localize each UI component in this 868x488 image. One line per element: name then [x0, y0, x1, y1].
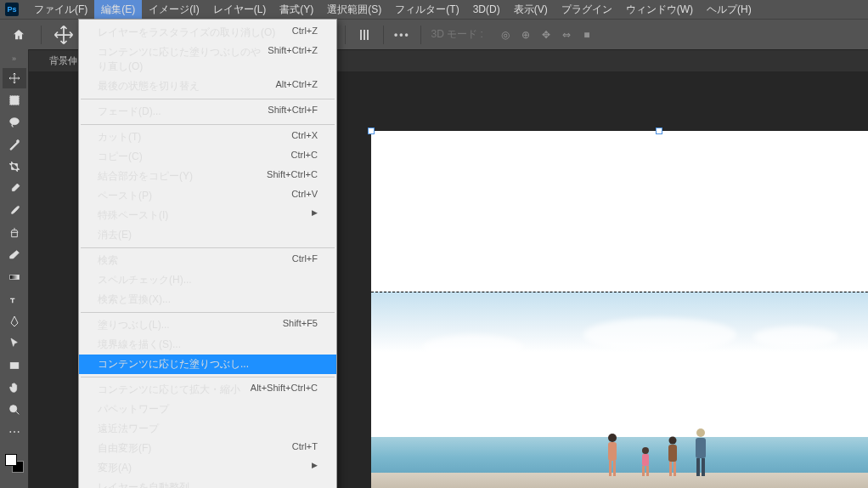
menu-item: フェード(D)...Shift+Ctrl+F [79, 102, 336, 122]
menu-image[interactable]: イメージ(I) [142, 0, 206, 20]
menu-item-label: カット(T) [98, 130, 141, 145]
svg-point-29 [9, 406, 16, 412]
menu-item-label: レイヤーを自動整列... [98, 480, 198, 488]
menu-item[interactable]: コンテンツに応じた塗りつぶし... [79, 355, 336, 374]
menu-item[interactable]: ペースト(P)Ctrl+V [79, 186, 336, 206]
svg-point-30 [608, 434, 617, 442]
menu-item[interactable]: カット(T)Ctrl+X [79, 128, 336, 147]
color-swatch[interactable] [5, 454, 24, 473]
svg-rect-43 [696, 438, 706, 458]
toolbar-collapse-icon[interactable]: » [12, 54, 16, 63]
zoom-tool[interactable] [3, 400, 26, 420]
menu-item[interactable]: レイヤーをラスタライズの取り消し(O)Ctrl+Z [79, 23, 336, 43]
type-tool[interactable]: T [3, 289, 26, 309]
svg-point-25 [9, 118, 19, 125]
menu-separator [81, 247, 335, 248]
person [692, 428, 709, 479]
svg-rect-24 [9, 96, 19, 105]
menu-item-shortcut: Shift+Ctrl+Z [268, 45, 318, 74]
menu-item[interactable]: 結合部分をコピー(Y)Shift+Ctrl+C [79, 167, 336, 186]
move-tool-icon[interactable] [52, 23, 76, 47]
menu-view[interactable]: 表示(V) [507, 0, 555, 20]
menu-window[interactable]: ウィンドウ(W) [619, 0, 700, 20]
menu-item-label: コンテンツに応じた塗りつぶしのやり直し(O) [98, 45, 268, 74]
menu-item[interactable]: パペットワープ [79, 400, 336, 419]
menu-type[interactable]: 書式(Y) [273, 0, 320, 20]
menu-item[interactable]: 遠近法ワープ [79, 419, 336, 439]
menu-item-label: 境界線を描く(S)... [98, 338, 181, 352]
3d-slide-icon: ⇔ [558, 26, 575, 43]
menu-item-label: 特殊ペースト(I) [98, 208, 168, 223]
3d-camera-icon: ■ [578, 26, 595, 43]
menu-item-shortcut: Shift+F5 [283, 318, 318, 332]
separator [41, 26, 42, 44]
person [640, 446, 651, 479]
path-select-tool[interactable] [3, 333, 26, 354]
brush-tool[interactable] [3, 201, 26, 221]
menu-item-label: ペースト(P) [98, 189, 152, 203]
selection-marquee [371, 292, 868, 292]
distribute-v-icon[interactable] [356, 26, 373, 43]
svg-point-42 [696, 428, 705, 437]
marquee-tool[interactable] [3, 90, 26, 111]
separator [345, 26, 346, 44]
menu-item[interactable]: 塗りつぶし(L)...Shift+F5 [79, 315, 336, 335]
person [605, 433, 620, 479]
lasso-tool[interactable] [3, 112, 26, 133]
menu-edit[interactable]: 編集(E) [94, 0, 142, 20]
magic-wand-tool[interactable] [3, 134, 26, 155]
menu-item[interactable]: 検索Ctrl+F [79, 251, 336, 270]
menu-item-label: 遠近法ワープ [98, 422, 159, 436]
menu-3d[interactable]: 3D(D) [466, 1, 507, 18]
menu-item[interactable]: コンテンツに応じた塗りつぶしのやり直し(O)Shift+Ctrl+Z [79, 43, 336, 77]
menu-file[interactable]: ファイル(F) [27, 0, 94, 20]
app-logo: Ps [5, 3, 19, 16]
menu-layer[interactable]: レイヤー(L) [206, 0, 273, 20]
svg-rect-35 [642, 454, 649, 466]
menu-item-label: 消去(E) [98, 228, 132, 242]
menu-item[interactable]: 特殊ペースト(I) [79, 206, 336, 225]
menu-item-label: パペットワープ [98, 402, 169, 417]
3d-pan-icon: ✥ [538, 26, 555, 43]
hand-tool[interactable] [3, 377, 26, 398]
edit-toolbar-icon[interactable]: ⋯ [3, 422, 26, 442]
menu-item-shortcut: Ctrl+V [291, 189, 318, 203]
menu-item-shortcut: Shift+Ctrl+C [267, 169, 318, 184]
menu-item-shortcut: Alt+Shift+Ctrl+C [251, 383, 318, 397]
clone-stamp-tool[interactable] [3, 223, 26, 243]
menu-item-label: 検索 [98, 253, 118, 268]
menu-item[interactable]: 自由変形(F)Ctrl+T [79, 439, 336, 458]
menu-item-label: スペルチェック(H)... [98, 273, 192, 287]
menu-item[interactable]: コンテンツに応じて拡大・縮小Alt+Shift+Ctrl+C [79, 380, 336, 400]
menu-item-shortcut: Ctrl+T [292, 441, 318, 456]
menu-item[interactable]: 変形(A) [79, 458, 336, 478]
more-options-icon[interactable]: ••• [394, 29, 410, 41]
transform-handle[interactable] [368, 128, 375, 134]
menu-separator [81, 377, 335, 377]
menu-item-shortcut: Ctrl+C [291, 150, 318, 164]
toolbar: » T ⋯ [0, 49, 29, 488]
pen-tool[interactable] [3, 311, 26, 332]
menu-filter[interactable]: フィルター(T) [388, 0, 465, 20]
home-button[interactable] [7, 23, 31, 47]
menu-separator [81, 99, 335, 99]
menu-item[interactable]: 境界線を描く(S)... [79, 335, 336, 355]
menu-item[interactable]: 最後の状態を切り替えAlt+Ctrl+Z [79, 77, 336, 96]
menu-help[interactable]: ヘルプ(H) [700, 0, 758, 20]
eraser-tool[interactable] [3, 245, 26, 265]
menu-item-label: コンテンツに応じて拡大・縮小 [98, 383, 240, 397]
menu-item[interactable]: スペルチェック(H)... [79, 270, 336, 290]
move-tool[interactable] [3, 68, 26, 88]
menu-item[interactable]: 検索と置換(X)... [79, 290, 336, 309]
menu-item: レイヤーを自動整列... [79, 478, 336, 488]
menu-select[interactable]: 選択範囲(S) [320, 0, 388, 20]
rectangle-tool[interactable] [3, 355, 26, 376]
transform-handle[interactable] [656, 128, 662, 134]
menu-item[interactable]: 消去(E) [79, 225, 336, 245]
eyedropper-tool[interactable] [3, 179, 26, 199]
menu-plugin[interactable]: プラグイン [555, 0, 619, 20]
menu-item[interactable]: コピー(C)Ctrl+C [79, 147, 336, 167]
crop-tool[interactable] [3, 156, 26, 177]
menu-item-label: コンテンツに応じた塗りつぶし... [98, 357, 249, 372]
gradient-tool[interactable] [3, 267, 26, 287]
